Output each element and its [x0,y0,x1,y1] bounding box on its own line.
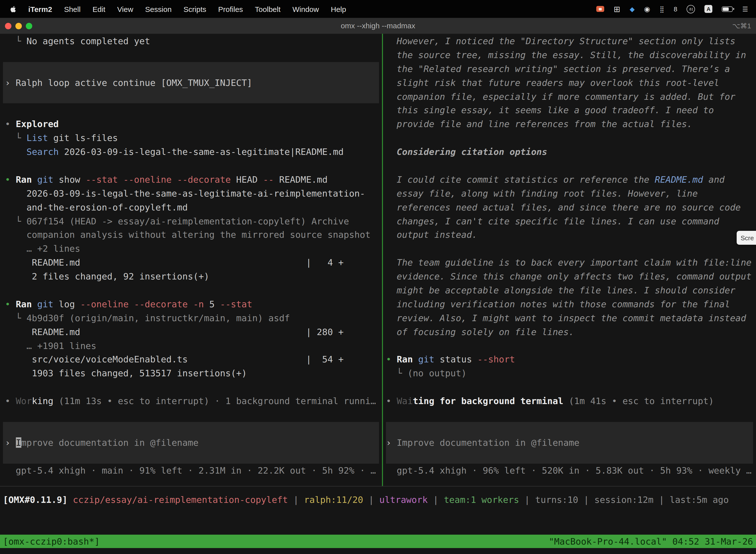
terminal-line [383,408,756,422]
terminal-line: README.md | 4 + [0,256,382,270]
terminal-line: of focusing solely on file lines. [383,325,756,339]
menu-profiles[interactable]: Profiles [218,5,243,13]
terminal-line [0,48,382,62]
terminal-line [0,159,382,173]
screen-tooltip[interactable]: Scre [737,231,756,245]
terminal-line: companion file, especially if more comme… [383,90,756,104]
title-bar[interactable]: omx --xhigh --madmax ⌥⌘1 [0,18,756,34]
working-status: • Working (11m 13s • esc to interrupt) ·… [0,394,382,408]
terminal-line: └ 067f154 (HEAD -> essay/ai-reimplementa… [0,214,382,228]
window-shortcut-hint: ⌥⌘1 [732,18,751,34]
session-summary: gpt-5.4 xhigh · 96% left · 520K in · 5.8… [383,463,756,477]
terminal-line: └ 4b9d30f (origin/main, instructkr/main,… [0,311,382,325]
terminal-line: companion analysis without altering the … [0,228,382,242]
terminal-line: might be acceptable alongside the file l… [383,283,756,297]
terminal-line: … +1901 lines [0,339,382,353]
apple-logo-icon[interactable] [10,5,16,13]
left-pane: └ No agents completed yet› Ralph loop ac… [0,34,382,477]
waiting-status: • Waiting for background terminal (1m 41… [383,394,756,408]
agents-status-line: └ No agents completed yet [0,34,382,48]
terminal-line: I could cite commit statistics or refere… [383,173,756,187]
terminal-line: output instead. [383,228,756,242]
thinking-header: Considering citation options [383,145,756,159]
session-summary: gpt-5.4 xhigh · main · 91% left · 2.31M … [0,463,382,477]
dots-grid-icon[interactable]: ⣿ [659,5,664,13]
menu-view[interactable]: View [117,5,133,13]
terminal-line: └ List git ls-files [0,131,382,145]
menu-help[interactable]: Help [331,5,346,13]
terminal-line: the source tree, missing the essay. Stil… [383,48,756,62]
menu-edit[interactable]: Edit [92,5,106,13]
terminal-line: README.md | 280 + [0,325,382,339]
terminal-line: changes, I can't cite specific file line… [383,214,756,228]
terminal-line [3,449,379,463]
tmux-host-clock: "MacBook-Pro-44.local" 04:52 31-Mar-26 [549,535,756,548]
menu-window[interactable]: Window [293,5,319,13]
menu-bar: iTerm2 ShellEditViewSessionScriptsProfil… [0,0,756,18]
terminal-line [383,242,756,256]
menu-lines-icon[interactable]: ☰ [742,5,748,13]
omx-statusline-text: [OMX#0.11.9] cczip/essay/ai-reimplementa… [0,493,756,507]
omx-statusline: [OMX#0.11.9] cczip/essay/ai-reimplementa… [0,493,756,507]
terminal-line: Search 2026-03-09-is-legal-the-same-as-l… [0,145,382,159]
tmux-session-info: [omx-cczip0:bash*] [0,535,100,548]
menu-scripts[interactable]: Scripts [184,5,206,13]
terminal-line [0,283,382,297]
terminal-line [383,131,756,145]
terminal-line: review. Also, I might want to inspect th… [383,311,756,325]
app-menu-iterm2[interactable]: iTerm2 [28,5,52,13]
terminal-line [383,339,756,353]
recording-indicator[interactable] [596,6,604,12]
pane-divider-horizontal [0,486,756,487]
terminal-line: 1903 files changed, 513517 insertions(+) [0,367,382,381]
terminal-line [3,90,379,104]
keyboard-layout-icon[interactable]: A [705,5,712,13]
terminal-line: └ (no output) [383,367,756,381]
terminal-line: The team guideline is to back every impo… [383,256,756,270]
menu-shell[interactable]: Shell [64,5,81,13]
ran-git-status: • Ran git status --short [383,353,756,367]
digit-8-icon[interactable]: 8 [674,5,677,13]
terminal-line [0,381,382,394]
window-title: omx --xhigh --madmax [0,18,756,34]
menu-items: ShellEditViewSessionScriptsProfilesToolb… [64,5,346,13]
app-logo-icon[interactable]: ◉ [644,5,650,13]
ran-git-log: • Ran git log --oneline --decorate -n 5 … [0,297,382,311]
menu-toolbelt[interactable]: Toolbelt [255,5,280,13]
terminal-line: 2 files changed, 92 insertions(+) [0,270,382,283]
terminal-line: including verification notes with those … [383,297,756,311]
ran-git-show: • Ran git show --stat --oneline --decora… [0,173,382,187]
terminal-line: src/voice/voiceModeEnabled.ts | 54 + [0,353,382,367]
battery-icon[interactable] [722,6,733,12]
explored-header: • Explored [0,117,382,131]
terminal-line: However, I noticed the "Directory Struct… [383,34,756,48]
terminal-line: references need actual files, and since … [383,200,756,214]
terminal-line: and-the-erosion-of-copyleft.md [0,200,382,214]
terminal-line: 2026-03-09-is-legal-the-same-as-legitima… [0,187,382,201]
terminal[interactable]: └ No agents completed yet› Ralph loop ac… [0,34,756,554]
terminal-line: the "Related research writing" section i… [383,62,756,76]
terminal-line [386,422,753,436]
inject-banner[interactable]: › Ralph loop active continue [OMX_TMUX_I… [3,76,379,90]
terminal-line [383,381,756,394]
terminal-line [383,159,756,173]
terminal-line: slight risk that future readers may over… [383,76,756,90]
terminal-line [386,449,753,463]
terminal-line [3,422,379,436]
terminal-line: this single essay, it seems like a good … [383,104,756,117]
tmux-status-bar: [omx-cczip0:bash*] "MacBook-Pro-44.local… [0,535,756,548]
gauge-icon[interactable]: .61 [687,5,695,13]
menu-session[interactable]: Session [145,5,172,13]
terminal-line: evidence. Since this change only affects… [383,270,756,283]
blue-diamond-icon[interactable]: ◆ [630,5,635,13]
right-pane: However, I noticed the "Directory Struct… [383,34,756,477]
terminal-line: … +2 lines [0,242,382,256]
status-icons: ⊞◆◉⣿8.61A☰ [596,4,751,14]
prompt-input[interactable]: › Improve documentation in @filename [386,436,753,450]
terminal-line: essay file, along with finding root file… [383,187,756,201]
terminal-line [0,408,382,422]
terminal-line [0,104,382,117]
window-grid-icon[interactable]: ⊞ [614,4,620,14]
prompt-input[interactable]: › Improve documentation in @filename [3,436,379,450]
terminal-line: provide file and line references from th… [383,117,756,131]
